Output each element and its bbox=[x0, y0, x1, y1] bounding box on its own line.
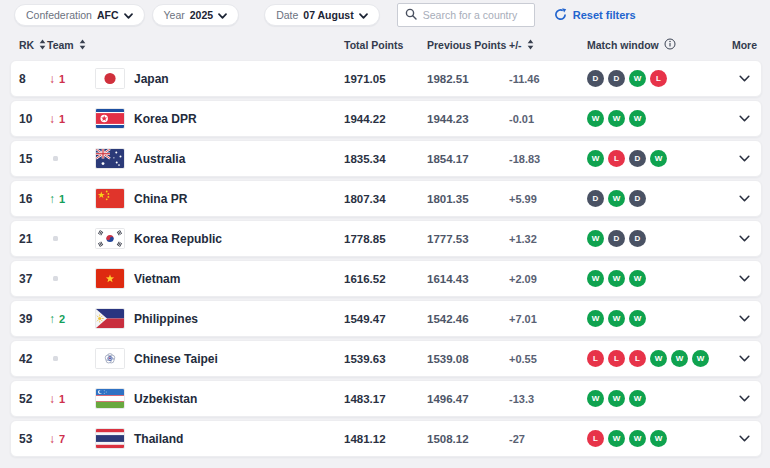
rank-change: ↑1 bbox=[47, 193, 96, 205]
match-result-badge: W bbox=[608, 430, 625, 447]
match-result-badge: L bbox=[608, 350, 625, 367]
match-results: WWW bbox=[587, 310, 727, 327]
match-result-badge: D bbox=[629, 150, 646, 167]
column-header-rk[interactable]: RK bbox=[19, 39, 47, 52]
chevron-down-icon bbox=[739, 195, 750, 202]
expand-row-button[interactable] bbox=[727, 395, 761, 402]
team-name: Thailand bbox=[134, 432, 183, 446]
chevron-down-icon bbox=[359, 9, 368, 21]
match-result-badge: L bbox=[629, 350, 646, 367]
rank-change-value: 1 bbox=[59, 113, 65, 125]
date-filter[interactable]: Date 07 August bbox=[264, 4, 380, 26]
previous-points: 1614.43 bbox=[427, 273, 509, 285]
flag-philippines-icon bbox=[96, 309, 124, 328]
match-results: WWW bbox=[587, 270, 727, 287]
expand-row-button[interactable] bbox=[727, 355, 761, 362]
rankings-page: Confederation AFC Year 2025 Date 07 Augu… bbox=[0, 0, 770, 457]
total-points-header-label: Total Points bbox=[344, 39, 403, 51]
total-points: 1778.85 bbox=[344, 233, 427, 245]
previous-points: 1496.47 bbox=[427, 393, 509, 405]
expand-row-button[interactable] bbox=[727, 275, 761, 282]
points-change: -27 bbox=[509, 433, 587, 445]
flag-korea-dpr-icon bbox=[96, 109, 124, 128]
match-results: WDD bbox=[587, 230, 727, 247]
no-change-dot bbox=[53, 276, 58, 281]
date-filter-value: 07 August bbox=[303, 9, 353, 21]
rank-down-icon: ↓ bbox=[49, 433, 55, 445]
chevron-down-icon bbox=[739, 395, 750, 402]
total-points: 1483.17 bbox=[344, 393, 427, 405]
table-row[interactable]: 42 Chinese Taipei 1539.63 1539.08 +0.55 … bbox=[10, 340, 762, 377]
chevron-down-icon bbox=[739, 235, 750, 242]
column-header-diff[interactable]: +/- bbox=[509, 39, 587, 52]
search-box bbox=[397, 3, 535, 27]
match-result-badge: W bbox=[629, 270, 646, 287]
column-header-team[interactable]: Team bbox=[47, 39, 344, 52]
match-result-badge: W bbox=[629, 310, 646, 327]
points-change: +1.32 bbox=[509, 233, 587, 245]
expand-row-button[interactable] bbox=[727, 195, 761, 202]
rank: 8 bbox=[19, 72, 47, 86]
table-row[interactable]: 15 Australia 1835.34 1854.17 -18.83 WLDW bbox=[10, 140, 762, 177]
expand-row-button[interactable] bbox=[727, 315, 761, 322]
expand-row-button[interactable] bbox=[727, 435, 761, 442]
table-row[interactable]: 10 ↓1 Korea DPR 1944.22 1944.23 -0.01 WW… bbox=[10, 100, 762, 137]
rank-change bbox=[47, 356, 96, 361]
chevron-down-icon bbox=[739, 115, 750, 122]
table-row[interactable]: 8 ↓1 Japan 1971.05 1982.51 -11.46 DDWL bbox=[10, 60, 762, 97]
rank-down-icon: ↓ bbox=[49, 393, 55, 405]
table-row[interactable]: 39 ↑2 Philippines 1549.47 1542.46 +7.01 … bbox=[10, 300, 762, 337]
refresh-icon bbox=[554, 8, 567, 23]
rank: 15 bbox=[19, 152, 47, 166]
match-result-badge: L bbox=[587, 350, 604, 367]
match-result-badge: W bbox=[629, 390, 646, 407]
rank: 52 bbox=[19, 392, 47, 406]
year-filter-label: Year bbox=[164, 9, 185, 21]
match-result-badge: W bbox=[587, 390, 604, 407]
rankings-table-body: 8 ↓1 Japan 1971.05 1982.51 -11.46 DDWL 1… bbox=[10, 60, 762, 457]
chevron-down-icon bbox=[218, 9, 227, 21]
rank: 53 bbox=[19, 432, 47, 446]
flag-chinese-taipei-icon bbox=[96, 349, 124, 368]
year-filter[interactable]: Year 2025 bbox=[152, 4, 240, 26]
table-row[interactable]: 21 Korea Republic 1778.85 1777.53 +1.32 … bbox=[10, 220, 762, 257]
rank-change bbox=[47, 276, 96, 281]
search-input[interactable] bbox=[423, 9, 527, 21]
table-row[interactable]: 53 ↓7 Thailand 1481.12 1508.12 -27 LWWW bbox=[10, 420, 762, 457]
confederation-filter[interactable]: Confederation AFC bbox=[14, 4, 145, 26]
reset-filters-button[interactable]: Reset filters bbox=[554, 8, 636, 23]
match-result-badge: W bbox=[650, 350, 667, 367]
previous-points: 1982.51 bbox=[427, 73, 509, 85]
rank-up-icon: ↑ bbox=[49, 313, 55, 325]
match-results: LLLWWW bbox=[587, 350, 727, 367]
confederation-filter-label: Confederation bbox=[26, 9, 92, 21]
previous-points: 1854.17 bbox=[427, 153, 509, 165]
sort-icon bbox=[79, 39, 86, 52]
previous-points: 1542.46 bbox=[427, 313, 509, 325]
match-result-badge: W bbox=[587, 230, 604, 247]
sort-icon bbox=[39, 39, 46, 52]
team-name: Australia bbox=[134, 152, 185, 166]
expand-row-button[interactable] bbox=[727, 115, 761, 122]
match-result-badge: W bbox=[629, 430, 646, 447]
match-result-badge: W bbox=[629, 70, 646, 87]
total-points: 1481.12 bbox=[344, 433, 427, 445]
rank-change: ↓1 bbox=[47, 393, 96, 405]
table-row[interactable]: 52 ↓1 Uzbekistan 1483.17 1496.47 -13.3 W… bbox=[10, 380, 762, 417]
table-row[interactable]: 16 ↑1 China PR 1807.34 1801.35 +5.99 DWD bbox=[10, 180, 762, 217]
expand-row-button[interactable] bbox=[727, 75, 761, 82]
points-change: +7.01 bbox=[509, 313, 587, 325]
rank: 10 bbox=[19, 112, 47, 126]
rank: 21 bbox=[19, 232, 47, 246]
expand-row-button[interactable] bbox=[727, 155, 761, 162]
rank-change bbox=[47, 236, 96, 241]
points-change: +2.09 bbox=[509, 273, 587, 285]
team-name: Japan bbox=[134, 72, 169, 86]
expand-row-button[interactable] bbox=[727, 235, 761, 242]
info-icon[interactable] bbox=[664, 38, 676, 52]
rank-change: ↓1 bbox=[47, 113, 96, 125]
column-header-more: More bbox=[727, 39, 762, 51]
rank-change: ↑2 bbox=[47, 313, 96, 325]
rank-up-icon: ↑ bbox=[49, 193, 55, 205]
table-row[interactable]: 37 Vietnam 1616.52 1614.43 +2.09 WWW bbox=[10, 260, 762, 297]
